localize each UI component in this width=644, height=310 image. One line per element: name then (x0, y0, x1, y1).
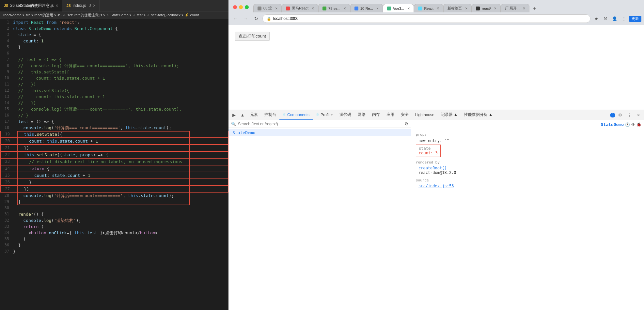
line-number-12: 12 (0, 87, 13, 94)
devtools-tab-network[interactable]: 网络 (354, 110, 369, 120)
devtools-tab-profiler[interactable]: ⚛ Profiler (313, 110, 336, 120)
tab-close-btn-6[interactable]: × (437, 6, 439, 11)
devtools-tab-security[interactable]: 安全 (398, 110, 412, 120)
menu-button[interactable]: ⋮ (620, 15, 628, 23)
search-icon: 🔍 (231, 122, 236, 126)
browser-tab-4[interactable]: 10-Re... × (350, 4, 383, 12)
code-line-1: 1import React from "react"; (0, 19, 228, 25)
line-content-14: // }) (13, 100, 228, 106)
browser-tab-8[interactable]: react/ × (472, 4, 501, 12)
devtools-tab-memory[interactable]: 内存 (369, 110, 383, 120)
extensions-button[interactable]: ⚒ (602, 15, 609, 23)
search-input[interactable] (238, 122, 402, 126)
tab-close-2[interactable]: × (93, 3, 96, 8)
tree-item-statedemo[interactable]: StateDemo (228, 129, 411, 136)
devtools-tab-elements[interactable]: 元素 (247, 110, 261, 120)
devtools-tab-components[interactable]: ⚛ Components (279, 110, 313, 120)
devtools-cursor-icon[interactable]: ▶ (230, 111, 238, 119)
browser-tab-2[interactable]: 黑马React × (282, 4, 318, 12)
state-count-key: count: (419, 151, 435, 155)
tab-close-btn-5[interactable]: × (407, 6, 410, 11)
line-content-16: // } (13, 112, 228, 118)
line-content-28: console.log('计算后=====count==========', t… (13, 193, 228, 199)
tree-search: 🔍 ⚙ (228, 120, 411, 128)
devtools-dots-icon[interactable]: ⋮ (625, 111, 634, 119)
tab-close-btn-2[interactable]: × (312, 6, 314, 11)
react-profiler-icon: ⚛ (316, 113, 319, 117)
devtools-settings-icon[interactable]: ⚙ (616, 111, 624, 119)
rendered-by-section: rendered by createRoot() react-dom@18.2.… (416, 160, 639, 175)
devtools-mobile-icon[interactable]: ▲ (238, 111, 247, 119)
props-timer-icon[interactable]: 🕐 (625, 122, 630, 127)
source-link[interactable]: src/index.js:56 (418, 184, 454, 188)
line-content-9: // this.setState({ (13, 69, 228, 75)
browser-tab-5[interactable]: Vue3... × (383, 4, 414, 12)
line-content-10: // count: this.state.count + 1 (13, 75, 228, 81)
tab-favicon-6 (418, 7, 422, 10)
forward-button[interactable]: → (242, 14, 250, 23)
tree-settings-icon[interactable]: ⚙ (404, 121, 408, 126)
traffic-light-green[interactable] (245, 5, 249, 9)
devtools-tab-lighthouse[interactable]: Lighthouse (412, 110, 438, 120)
code-line-21: 21 }) (0, 145, 228, 151)
tab-close-btn-8[interactable]: × (494, 6, 496, 11)
devtools-content: 🔍 ⚙ StateDemo StateDemo 🕐 👁 🐞 (228, 120, 644, 310)
line-number-20: 20 (1, 138, 14, 144)
line-content-19: this.setState({ (14, 131, 228, 137)
new-tab-button[interactable]: + (531, 5, 539, 12)
traffic-light-yellow[interactable] (239, 5, 243, 9)
back-button[interactable]: ← (231, 14, 240, 23)
browser-tab-3[interactable]: 78-se... × (318, 4, 350, 12)
tab-close-btn-1[interactable]: × (275, 6, 277, 11)
code-area[interactable]: 1import React from "react";2class StateD… (0, 19, 228, 310)
devtools-tab-profiler-label: Profiler (321, 113, 333, 117)
props-bug-icon[interactable]: 🐞 (636, 122, 641, 127)
refresh-button[interactable]: ↻ (252, 14, 260, 23)
state-count-entry: count: 3 (419, 151, 438, 155)
traffic-light-red[interactable] (233, 5, 237, 9)
tab-close-btn-9[interactable]: × (523, 6, 525, 11)
browser-tab-9[interactable]: 厂 展开... × (501, 4, 529, 12)
tab-close-btn-4[interactable]: × (376, 6, 379, 11)
browser-tab-1[interactable]: 03.渲 × (253, 4, 282, 12)
devtools-tab-console[interactable]: 控制台 (261, 110, 279, 120)
line-content-17: test = () => { (13, 118, 228, 125)
tab-close-btn-7[interactable]: × (465, 6, 467, 11)
editor-tab-2[interactable]: JS index.js U × (62, 0, 100, 11)
devtools-close-icon[interactable]: × (634, 111, 643, 119)
print-count-button[interactable]: 点击打印count (235, 32, 270, 41)
line-content-13: // count: this.state.count + 1 (13, 94, 228, 100)
breadcrumb: react-demo > src > react的运用 > JS 26.setS… (0, 11, 228, 19)
line-number-14: 14 (0, 100, 13, 106)
create-root-link[interactable]: createRoot() (418, 166, 447, 170)
tab-filename-2: index.js (73, 3, 86, 8)
browser-tab-6[interactable]: React × (414, 4, 443, 12)
update-button[interactable]: 更新 (629, 16, 641, 22)
profile-button[interactable]: 👤 (611, 15, 619, 23)
code-line-24: 24 return { (0, 165, 228, 172)
tab-close-1[interactable]: × (55, 3, 58, 8)
address-bar[interactable]: 🔒 localhost:3000 (262, 14, 590, 23)
editor-tab-1[interactable]: JS 26.setState的使用注意.js × (0, 0, 62, 11)
devtools-tab-application[interactable]: 应用 (383, 110, 398, 120)
devtools-tab-perf[interactable]: 性能数据分析 ▲ (461, 110, 496, 120)
devtools-tab-recorder[interactable]: 记录器 ▲ (438, 110, 461, 120)
code-line-32: 32 console.log('渲染结构'); (0, 217, 228, 224)
line-number-25: 25 (1, 172, 14, 178)
code-line-14: 14 // }) (0, 100, 228, 106)
bookmark-star-button[interactable]: ★ (592, 15, 600, 23)
tab-close-btn-3[interactable]: × (344, 6, 346, 11)
line-content-29: } (13, 199, 228, 205)
line-content-12: // this.setState({ (13, 87, 228, 94)
devtools-tab-network-label: 网络 (358, 112, 366, 117)
line-number-17: 17 (0, 118, 13, 125)
props-eye-icon[interactable]: 👁 (631, 122, 635, 127)
code-line-33: 33 return ( (0, 224, 228, 230)
devtools-tab-lighthouse-label: Lighthouse (415, 113, 434, 117)
browser-tab-7[interactable]: 新标签页 × (443, 4, 472, 12)
devtools-right-actions: 1 ⚙ ⋮ × (610, 111, 643, 119)
tab-lang-js: JS (4, 4, 8, 8)
devtools-tab-elements-label: 元素 (250, 112, 258, 117)
code-line-16: 16 // } (0, 112, 228, 118)
devtools-tab-sources[interactable]: 源代码 (336, 110, 354, 120)
